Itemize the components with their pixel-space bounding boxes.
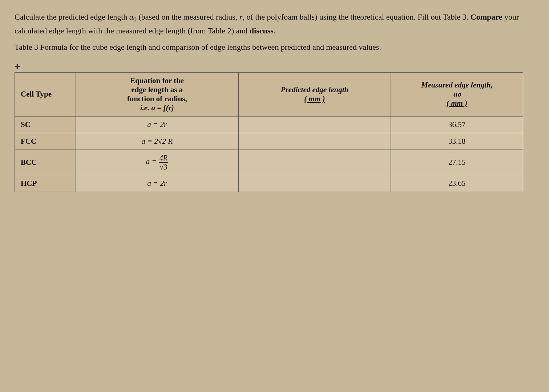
predicted-sc xyxy=(238,116,391,133)
table-row: HCP a = 2r 23.65 xyxy=(15,175,523,192)
col-header-equation: Equation for the edge length as a functi… xyxy=(76,72,238,116)
col-header-predicted: Predicted edge length ( mm ) xyxy=(238,72,391,116)
table-caption: Table 3 Formula for the cube edge length… xyxy=(15,41,523,53)
table-row: SC a = 2r 36.57 xyxy=(15,116,523,133)
main-table: Cell Type Equation for the edge length a… xyxy=(15,72,523,192)
measured-fcc: 33.18 xyxy=(391,133,523,150)
cell-type-sc: SC xyxy=(15,116,76,133)
intro-section: Calculate the predicted edge length a0 (… xyxy=(15,11,523,53)
predicted-fcc xyxy=(238,133,391,150)
fraction-bcc: 4R √3 xyxy=(159,154,168,171)
equation-bcc: a = 4R √3 xyxy=(76,150,238,175)
cell-type-fcc: FCC xyxy=(15,133,76,150)
equation-hcp: a = 2r xyxy=(76,175,238,192)
equation-sc: a = 2r xyxy=(76,116,238,133)
move-icon-container: ✚ xyxy=(15,62,534,72)
col-header-measured: Measured edge length, a₀ ( mm ) xyxy=(391,72,523,116)
measured-bcc: 27.15 xyxy=(391,150,523,175)
intro-paragraph-1: Calculate the predicted edge length a0 (… xyxy=(15,11,523,37)
move-icon: ✚ xyxy=(15,63,20,71)
col-header-cell-type: Cell Type xyxy=(15,72,76,116)
equation-fcc: a = 2√2 R xyxy=(76,133,238,150)
measured-sc: 36.57 xyxy=(391,116,523,133)
table-row: BCC a = 4R √3 27.15 xyxy=(15,150,523,175)
table-row: FCC a = 2√2 R 33.18 xyxy=(15,133,523,150)
predicted-hcp xyxy=(238,175,391,192)
measured-hcp: 23.65 xyxy=(391,175,523,192)
cell-type-bcc: BCC xyxy=(15,150,76,175)
predicted-bcc xyxy=(238,150,391,175)
cell-type-hcp: HCP xyxy=(15,175,76,192)
